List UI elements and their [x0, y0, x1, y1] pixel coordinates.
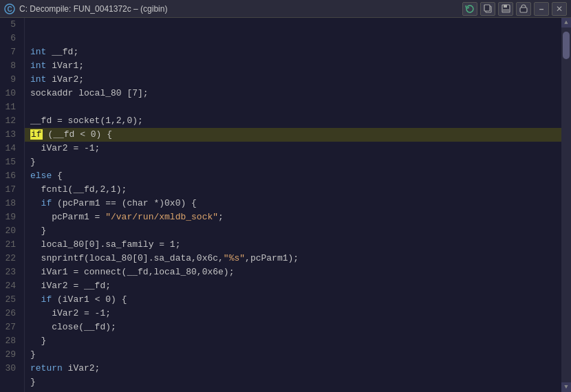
svg-rect-6 — [503, 9, 509, 12]
code-line: int iVar2; — [30, 73, 556, 87]
app-icon: C — [4, 3, 15, 14]
line-number: 17 — [0, 183, 20, 197]
code-line — [30, 100, 556, 114]
line-number: 13 — [0, 128, 20, 142]
line-number: 12 — [0, 114, 20, 128]
titlebar-controls: – ✕ — [462, 2, 567, 16]
svg-text:C: C — [7, 6, 12, 13]
code-line: sockaddr local_80 [7]; — [30, 87, 556, 100]
lock-button[interactable] — [516, 2, 531, 16]
line-number: 7 — [0, 45, 20, 59]
code-line: if (iVar1 < 0) { — [30, 293, 556, 307]
scroll-down-button[interactable]: ▼ — [561, 382, 571, 392]
save-button[interactable] — [498, 2, 513, 16]
line-number: 8 — [0, 59, 20, 73]
line-number: 22 — [0, 252, 20, 265]
scrollbar-track[interactable] — [563, 29, 570, 381]
code-line: } — [30, 224, 556, 238]
line-number: 28 — [0, 334, 20, 348]
code-line: } — [30, 334, 556, 348]
code-line: } — [30, 155, 556, 169]
line-number: 23 — [0, 265, 20, 279]
code-line: } — [30, 375, 556, 389]
code-line: iVar2 = -1; — [30, 307, 556, 320]
code-line: pcParm1 = "/var/run/xmldb_sock"; — [30, 210, 556, 224]
code-line: iVar2 = -1; — [30, 142, 556, 155]
main-panel: 5678910111213141516171819202122232425262… — [0, 18, 571, 392]
line-number: 9 — [0, 73, 20, 87]
window-title: C: Decompile: FUN_0041372c – (cgibin) — [19, 4, 167, 14]
close-button[interactable]: ✕ — [552, 2, 567, 16]
titlebar: C C: Decompile: FUN_0041372c – (cgibin) — [0, 0, 571, 18]
svg-rect-5 — [504, 5, 507, 8]
line-number: 6 — [0, 32, 20, 45]
scroll-up-button[interactable]: ▲ — [561, 18, 571, 28]
line-number: 18 — [0, 197, 20, 210]
scrollbar-thumb[interactable] — [563, 32, 570, 59]
line-number: 10 — [0, 87, 20, 100]
line-number: 15 — [0, 155, 20, 169]
code-line: if (__fd < 0) { — [25, 128, 561, 142]
code-line: int __fd; — [30, 45, 556, 59]
code-content: int __fd;int iVar1;int iVar2;sockaddr lo… — [25, 18, 561, 392]
code-line: else { — [30, 169, 556, 183]
line-number: 29 — [0, 348, 20, 362]
code-line: fcntl(__fd,2,1); — [30, 183, 556, 197]
code-line: if (pcParm1 == (char *)0x0) { — [30, 197, 556, 210]
code-line: local_80[0].sa_family = 1; — [30, 238, 556, 252]
code-line: close(__fd); — [30, 320, 556, 334]
copy-button[interactable] — [480, 2, 495, 16]
code-line: __fd = socket(1,2,0); — [30, 114, 556, 128]
code-line: iVar2 = __fd; — [30, 279, 556, 293]
refresh-button[interactable] — [462, 2, 477, 16]
code-line: snprintf(local_80[0].sa_data,0x6c,"%s",p… — [30, 252, 556, 265]
code-area[interactable]: int __fd;int iVar1;int iVar2;sockaddr lo… — [25, 18, 561, 392]
line-number: 5 — [0, 18, 20, 32]
svg-rect-3 — [484, 5, 490, 11]
svg-rect-7 — [520, 8, 527, 12]
line-number: 19 — [0, 210, 20, 224]
code-line: } — [30, 348, 556, 362]
line-number: 16 — [0, 169, 20, 183]
titlebar-left: C C: Decompile: FUN_0041372c – (cgibin) — [4, 3, 167, 14]
line-numbers: 5678910111213141516171819202122232425262… — [0, 18, 25, 392]
line-number: 11 — [0, 100, 20, 114]
line-number: 26 — [0, 307, 20, 320]
line-number: 25 — [0, 293, 20, 307]
minimize-button[interactable]: – — [534, 2, 549, 16]
line-number: 21 — [0, 238, 20, 252]
code-line: iVar1 = connect(__fd,local_80,0x6e); — [30, 265, 556, 279]
code-line: int iVar1; — [30, 59, 556, 73]
line-number: 27 — [0, 320, 20, 334]
line-number: 24 — [0, 279, 20, 293]
code-line: return iVar2; — [30, 362, 556, 375]
scrollbar[interactable]: ▲ ▼ — [561, 18, 571, 392]
code-line — [30, 389, 556, 392]
line-number: 30 — [0, 362, 20, 375]
line-number: 20 — [0, 224, 20, 238]
line-number: 14 — [0, 142, 20, 155]
